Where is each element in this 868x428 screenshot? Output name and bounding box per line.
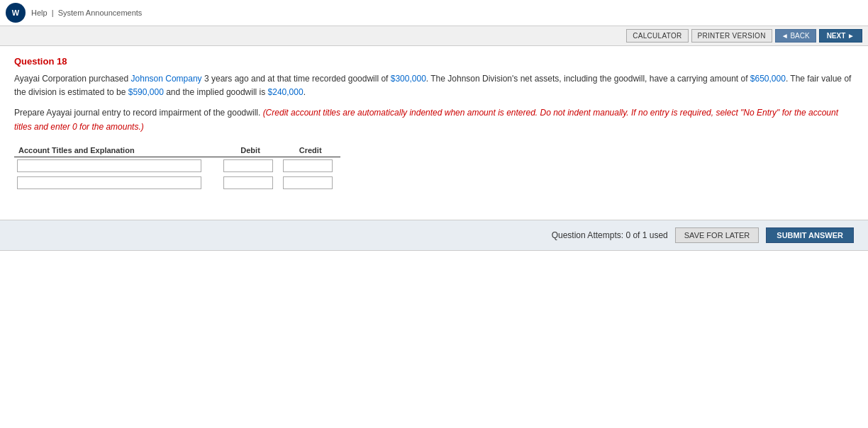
journal-table: Account Titles and Explanation Debit Cre… <box>14 144 340 191</box>
amount3: $590,000 <box>128 87 164 97</box>
credit-input-1[interactable] <box>283 159 333 172</box>
col-debit-header: Debit <box>221 144 281 157</box>
question-label: Question 18 <box>14 56 854 67</box>
question-text-part1: Ayayai Corporation purchased <box>14 74 131 84</box>
credit-cell-2 <box>280 174 340 191</box>
nav-links: Help | System Announcements <box>31 9 142 17</box>
amount1: $300,000 <box>391 74 426 84</box>
col-account-header: Account Titles and Explanation <box>14 144 221 157</box>
save-for-later-button[interactable]: SAVE FOR LATER <box>675 227 760 243</box>
toolbar: CALCULATOR PRINTER VERSION ◄ BACK NEXT ► <box>0 26 868 46</box>
account-cell-1 <box>14 157 221 174</box>
top-nav: W Help | System Announcements <box>0 0 868 26</box>
logo: W <box>6 3 26 23</box>
col-credit-header: Credit <box>280 144 340 157</box>
debit-input-1[interactable] <box>223 159 273 172</box>
question-text-part5: and the implied goodwill is <box>164 87 268 97</box>
credit-cell-1 <box>280 157 340 174</box>
calculator-button[interactable]: CALCULATOR <box>626 29 688 43</box>
amount2: $650,000 <box>750 74 786 84</box>
question-text: Ayayai Corporation purchased Johnson Com… <box>14 72 854 99</box>
question-text-part2: 3 years ago and at that time recorded go… <box>202 74 391 84</box>
bottom-bar: Question Attempts: 0 of 1 used SAVE FOR … <box>0 220 868 250</box>
debit-cell-2 <box>221 174 281 191</box>
company-name: Johnson Company <box>131 74 202 84</box>
next-button[interactable]: NEXT ► <box>819 29 862 43</box>
account-input-2[interactable] <box>17 176 201 189</box>
account-input-1[interactable] <box>17 159 201 172</box>
main-content: Question 18 Ayayai Corporation purchased… <box>0 46 868 213</box>
amount4: $240,000 <box>268 87 304 97</box>
attempts-text: Question Attempts: 0 of 1 used <box>552 230 668 240</box>
credit-input-2[interactable] <box>283 176 333 189</box>
submit-answer-button[interactable]: SUBMIT ANSWER <box>766 227 854 243</box>
help-link[interactable]: Help <box>31 9 48 17</box>
table-row <box>14 157 340 174</box>
table-row <box>14 174 340 191</box>
account-cell-2 <box>14 174 221 191</box>
instruction-plain: Prepare Ayayai journal entry to record i… <box>14 108 263 118</box>
back-button[interactable]: ◄ BACK <box>775 29 816 43</box>
question-instruction: Prepare Ayayai journal entry to record i… <box>14 106 854 133</box>
printer-version-button[interactable]: PRINTER VERSION <box>691 29 772 43</box>
system-announcements-link[interactable]: System Announcements <box>58 9 143 17</box>
question-text-part6: . <box>304 87 306 97</box>
divider <box>0 250 868 251</box>
debit-cell-1 <box>221 157 281 174</box>
question-text-part3: . The Johnson Division's net assets, inc… <box>426 74 750 84</box>
debit-input-2[interactable] <box>223 176 273 189</box>
